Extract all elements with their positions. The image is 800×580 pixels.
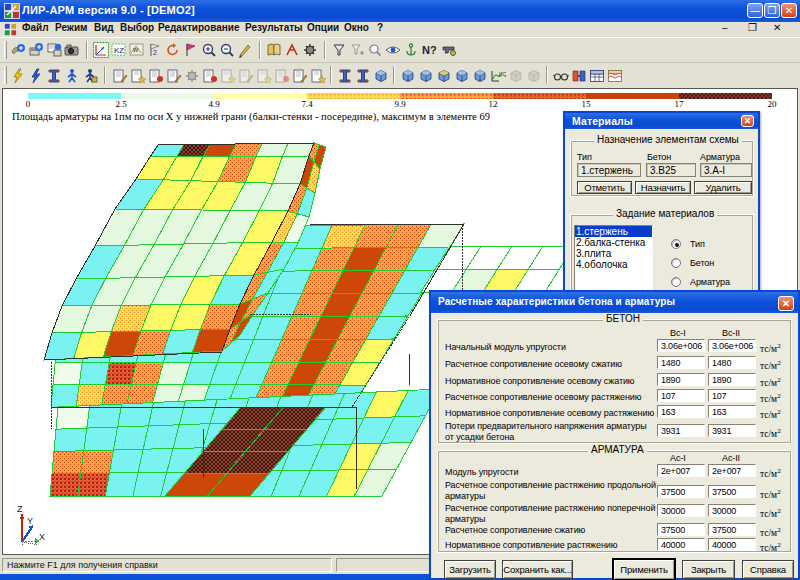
- svg-text:KZ: KZ: [114, 46, 124, 55]
- svg-text:Z: Z: [17, 504, 23, 514]
- svg-text:N?: N?: [422, 44, 437, 56]
- svg-text:w: w: [132, 46, 139, 53]
- svg-text:LQ: LQ: [499, 71, 506, 77]
- svg-text:2: 2: [153, 49, 157, 56]
- svg-text:X: X: [39, 532, 45, 542]
- svg-text:Y: Y: [27, 516, 33, 526]
